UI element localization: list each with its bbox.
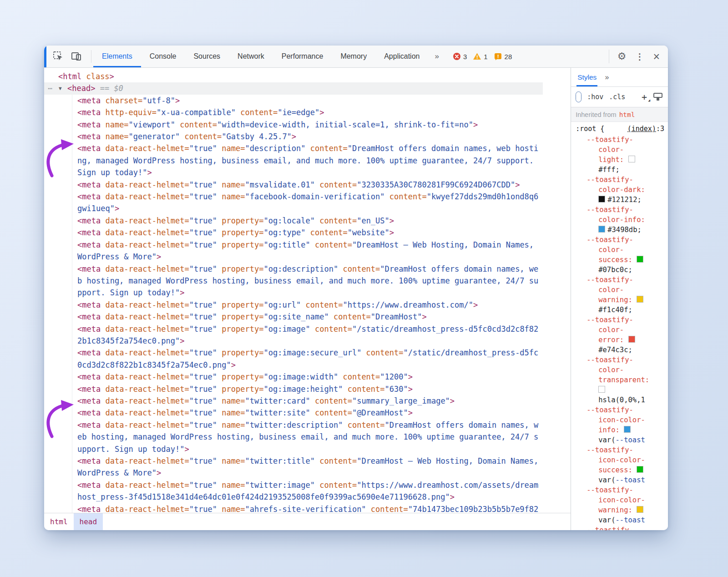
css-property[interactable]: --toastify-icon-color- xyxy=(571,525,668,530)
expand-arrow-icon[interactable]: ▼ xyxy=(59,83,62,95)
dom-breadcrumb: htmlhead xyxy=(44,513,571,530)
dom-tree-row[interactable]: <meta http-equiv="x-ua-compatible" conte… xyxy=(44,106,543,118)
dom-tree-row[interactable]: <meta data-react-helmet="true" property=… xyxy=(44,383,543,395)
css-property[interactable]: --toastify-color-dark: #121212; xyxy=(571,175,668,205)
css-property[interactable]: --toastify-icon-color-info: var(--toast xyxy=(571,405,668,445)
close-devtools-icon[interactable]: × xyxy=(653,51,660,62)
dom-tree-row[interactable]: <html class> xyxy=(44,71,543,82)
error-count: 3 xyxy=(463,53,467,61)
toolbar-separator xyxy=(91,50,91,63)
dom-tree-row[interactable]: <meta charset="utf-8"> xyxy=(44,95,543,106)
styles-sidebar: Styles » :hov .cls +◢ Inherited from htm… xyxy=(571,68,668,530)
css-property[interactable]: --toastify-color-success: #07bc0c; xyxy=(571,235,668,275)
tab-network[interactable]: Network xyxy=(229,46,273,67)
inherited-node-link[interactable]: html xyxy=(619,111,635,118)
rule-source-link[interactable]: (index):3 xyxy=(627,125,664,133)
dom-tree-row[interactable]: <meta data-react-helmet="true" name="fac… xyxy=(44,191,543,215)
kebab-menu-icon[interactable]: ⋮ xyxy=(635,52,644,61)
focus-accent-stripe xyxy=(44,46,46,67)
issues-badge[interactable]: 28 xyxy=(494,52,512,61)
color-swatch[interactable] xyxy=(598,226,605,233)
inherited-label: Inherited from xyxy=(576,111,616,118)
settings-gear-icon[interactable]: ⚙ xyxy=(617,51,627,61)
dom-tree-row[interactable]: <meta data-react-helmet="true" property=… xyxy=(44,347,543,371)
inspect-element-icon[interactable] xyxy=(52,51,64,62)
dom-tree-row[interactable]: <meta data-react-helmet="true" property=… xyxy=(44,371,543,383)
var-reference-link[interactable]: --toast xyxy=(615,476,645,484)
css-property[interactable]: --toastify-icon-color-success: var(--toa… xyxy=(571,445,668,485)
dom-tree-row[interactable]: <meta data-react-helmet="true" property=… xyxy=(44,239,543,263)
color-swatch[interactable] xyxy=(598,196,605,202)
warning-count: 1 xyxy=(484,53,487,61)
tab-memory[interactable]: Memory xyxy=(332,46,375,67)
sidebar-more-tabs-button[interactable]: » xyxy=(605,73,609,81)
tab-application[interactable]: Application xyxy=(375,46,428,67)
warning-icon xyxy=(473,52,481,61)
dom-tree-row[interactable]: <meta data-react-helmet="true" name="twi… xyxy=(44,455,543,479)
dom-tree-row[interactable]: <meta data-react-helmet="true" name="twi… xyxy=(44,419,543,455)
breadcrumb-item-head[interactable]: head xyxy=(74,513,103,530)
var-reference-link[interactable]: --toast xyxy=(615,436,645,444)
css-property[interactable]: --toastify-color-warning: #f1c40f; xyxy=(571,275,668,315)
css-property[interactable]: --toastify-color-error: #e74c3c; xyxy=(571,315,668,355)
toggle-element-state-button[interactable]: :hov xyxy=(587,93,603,101)
tab-console[interactable]: Console xyxy=(141,46,185,67)
console-warnings-badge[interactable]: 1 xyxy=(473,52,487,61)
css-properties-list: --toastify-color-light: #fff;--toastify-… xyxy=(571,134,668,530)
dom-tree-row[interactable]: ⋯▼<head> == $0 xyxy=(44,82,543,94)
dom-tree-row[interactable]: <meta data-react-helmet="true" name="twi… xyxy=(44,479,543,503)
paint-brush-icon[interactable] xyxy=(652,92,663,102)
color-swatch[interactable] xyxy=(637,506,643,513)
css-property[interactable]: --toastify-icon-color-warning: var(--toa… xyxy=(571,485,668,525)
breadcrumb-item-html[interactable]: html xyxy=(44,513,74,530)
dom-tree-row[interactable]: <meta data-react-helmet="true" property=… xyxy=(44,311,543,323)
filter-pill-icon[interactable] xyxy=(576,91,581,102)
dom-tree-row[interactable]: <meta data-react-helmet="true" property=… xyxy=(44,263,543,299)
tab-performance[interactable]: Performance xyxy=(273,46,332,67)
color-swatch[interactable] xyxy=(637,296,643,303)
tab-sources[interactable]: Sources xyxy=(185,46,229,67)
issues-icon xyxy=(494,52,502,61)
dom-tree: <html class>⋯▼<head> == $0<meta charset=… xyxy=(44,68,571,513)
dom-tree-row[interactable]: <meta data-react-helmet="true" name="msv… xyxy=(44,179,543,191)
panel-tabs: ElementsConsoleSourcesNetworkPerformance… xyxy=(93,46,428,67)
dom-tree-row[interactable]: <meta name="viewport" content="width=dev… xyxy=(44,119,543,131)
color-swatch[interactable] xyxy=(624,426,631,433)
hover-actions-dots[interactable]: ⋯ xyxy=(48,82,52,94)
dom-tree-row[interactable]: <meta data-react-helmet="true" property=… xyxy=(44,215,543,227)
console-errors-badge[interactable]: 3 xyxy=(453,52,467,61)
error-icon xyxy=(453,52,461,61)
devtools-toolbar: ElementsConsoleSourcesNetworkPerformance… xyxy=(44,46,668,68)
dom-tree-row[interactable]: <meta data-react-helmet="true" name="des… xyxy=(44,142,543,178)
color-swatch[interactable] xyxy=(598,386,605,393)
inherited-from-bar: Inherited from html xyxy=(571,107,668,122)
dom-tree-row[interactable]: <meta data-react-helmet="true" property=… xyxy=(44,299,543,311)
devtools-window: ElementsConsoleSourcesNetworkPerformance… xyxy=(44,46,668,530)
dom-tree-row[interactable]: <meta data-react-helmet="true" name="twi… xyxy=(44,407,543,419)
tab-styles[interactable]: Styles xyxy=(576,68,597,86)
css-property[interactable]: --toastify-color-info: #3498db; xyxy=(571,205,668,235)
tab-elements[interactable]: Elements xyxy=(93,46,141,67)
issue-count: 28 xyxy=(505,53,512,61)
dom-tree-row[interactable]: <meta data-react-helmet="true" property=… xyxy=(44,323,543,347)
element-classes-button[interactable]: .cls xyxy=(609,93,625,101)
color-swatch[interactable] xyxy=(628,156,635,162)
color-swatch[interactable] xyxy=(628,336,635,343)
dom-tree-row[interactable]: <meta data-react-helmet="true" name="twi… xyxy=(44,395,543,407)
device-toolbar-icon[interactable] xyxy=(71,51,83,62)
var-reference-link[interactable]: --toast xyxy=(615,516,645,524)
dom-tree-row[interactable]: <meta data-react-helmet="true" property=… xyxy=(44,227,543,238)
color-swatch[interactable] xyxy=(637,466,643,473)
color-swatch[interactable] xyxy=(637,256,643,263)
new-style-rule-button[interactable]: +◢ xyxy=(642,91,647,102)
css-property[interactable]: --toastify-color-transparent: hsla(0,0%,… xyxy=(571,355,668,405)
dom-tree-row[interactable]: <meta name="generator" content="Gatsby 4… xyxy=(44,131,543,142)
rule-selector[interactable]: :root { xyxy=(576,125,604,133)
dom-tree-row[interactable]: <meta data-react-helmet="true" name="ahr… xyxy=(44,503,543,513)
more-panels-button[interactable]: » xyxy=(428,52,445,61)
css-property[interactable]: --toastify-color-light: #fff; xyxy=(571,135,668,175)
elements-panel: <html class>⋯▼<head> == $0<meta charset=… xyxy=(44,68,571,530)
